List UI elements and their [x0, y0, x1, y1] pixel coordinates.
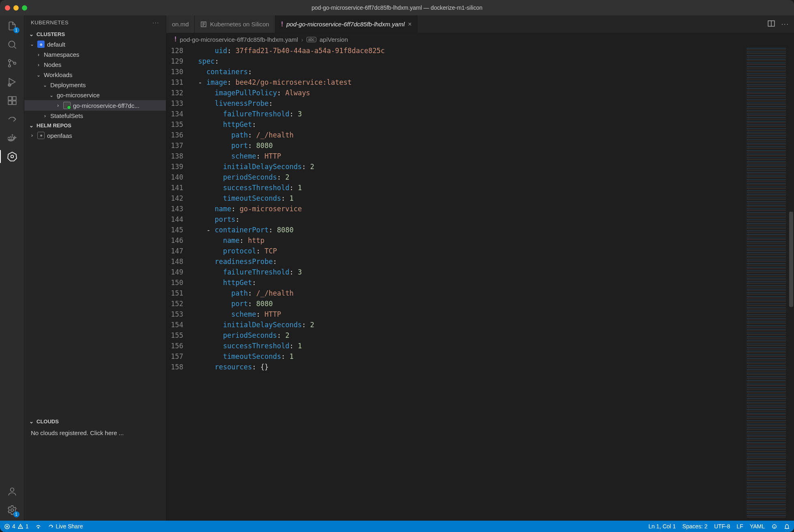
code-line[interactable]: 148 readinessProbe: — [166, 256, 744, 267]
code-text: path: /_/health — [190, 288, 294, 298]
code-line[interactable]: 133 livenessProbe: — [166, 98, 744, 109]
clouds-empty-message[interactable]: No clouds registered. Click here ... — [24, 426, 166, 440]
code-line[interactable]: 137 port: 8080 — [166, 140, 744, 151]
code-text: path: /_/health — [190, 130, 294, 140]
tree-deployment-go-microservice[interactable]: ⌄ go-microservice — [24, 90, 166, 100]
line-number: 134 — [166, 109, 190, 119]
tab-on-md[interactable]: on.md — [166, 15, 195, 33]
status-live-share[interactable]: Live Share — [48, 523, 83, 530]
code-line[interactable]: 150 httpGet: — [166, 277, 744, 288]
section-clouds[interactable]: ⌄ CLOUDS — [24, 417, 166, 426]
breadcrumb[interactable]: ! pod-go-microservice-6ff7dc85fb-lhdxm.y… — [166, 33, 794, 45]
window-maximize-button[interactable] — [22, 5, 27, 11]
close-icon[interactable]: × — [408, 21, 412, 28]
code-line[interactable]: 138 scheme: HTTP — [166, 151, 744, 161]
code-line[interactable]: 154 initialDelaySeconds: 2 — [166, 320, 744, 330]
code-line[interactable]: 141 successThreshold: 1 — [166, 182, 744, 193]
code-line[interactable]: 129 spec: — [166, 56, 744, 66]
code-text: periodSeconds: 2 — [190, 172, 290, 182]
code-line[interactable]: 155 periodSeconds: 2 — [166, 330, 744, 341]
line-number: 147 — [166, 246, 190, 256]
minimap[interactable] — [744, 45, 788, 521]
run-debug-icon[interactable] — [6, 75, 19, 88]
sidebar: KUBERNETES ··· ⌄ CLUSTERS ⌄ ⎈ default › … — [24, 15, 166, 521]
status-bell-icon[interactable] — [784, 523, 790, 530]
section-clusters[interactable]: ⌄ CLUSTERS — [24, 30, 166, 39]
split-editor-icon[interactable] — [768, 20, 775, 29]
settings-gear-icon[interactable]: 1 — [6, 504, 19, 517]
code-text: name: http — [190, 235, 264, 246]
code-text: livenessProbe: — [190, 98, 273, 109]
tab-pod-yaml[interactable]: ! pod-go-microservice-6ff7dc85fb-lhdxm.y… — [275, 15, 418, 33]
code-line[interactable]: 151 path: /_/health — [166, 288, 744, 298]
code-line[interactable]: 131 - image: bee42/go-microservice:lates… — [166, 77, 744, 88]
status-feedback-icon[interactable] — [771, 523, 777, 530]
code-line[interactable]: 158 resources: {} — [166, 362, 744, 372]
code-line[interactable]: 145 - containerPort: 8080 — [166, 225, 744, 235]
search-icon[interactable] — [6, 38, 19, 51]
status-spaces[interactable]: Spaces: 2 — [682, 523, 708, 530]
code-line[interactable]: 149 failureThreshold: 3 — [166, 267, 744, 277]
tree-deployments[interactable]: ⌄ Deployments — [24, 80, 166, 90]
code-line[interactable]: 140 periodSeconds: 2 — [166, 172, 744, 182]
chevron-right-icon: › — [55, 103, 61, 108]
status-problems[interactable]: 4 1 — [4, 523, 29, 530]
code-line[interactable]: 130 containers: — [166, 66, 744, 77]
code-line[interactable]: 132 imagePullPolicy: Always — [166, 88, 744, 98]
more-actions-icon[interactable]: ··· — [781, 21, 789, 28]
explorer-icon[interactable]: 1 — [6, 19, 19, 32]
code-line[interactable]: 157 timeoutSeconds: 1 — [166, 351, 744, 362]
code-line[interactable]: 135 httpGet: — [166, 119, 744, 130]
status-language[interactable]: YAML — [750, 523, 765, 530]
tree-statefulsets[interactable]: › StatefulSets — [24, 111, 166, 121]
code-line[interactable]: 156 successThreshold: 1 — [166, 341, 744, 351]
code-line[interactable]: 128 uid: 37ffad21-7b40-44aa-a54a-91f8dac… — [166, 45, 744, 56]
window-minimize-button[interactable] — [13, 5, 19, 11]
svg-point-11 — [10, 488, 14, 491]
sidebar-header: KUBERNETES ··· — [24, 15, 166, 30]
tree-pod-go-microservice[interactable]: › go-microservice-6ff7dc... — [24, 100, 166, 111]
account-icon[interactable] — [6, 485, 19, 498]
tree-workloads[interactable]: ⌄ Workloads — [24, 70, 166, 80]
code-line[interactable]: 144 ports: — [166, 214, 744, 225]
docker-icon[interactable] — [6, 131, 19, 144]
source-control-icon[interactable] — [6, 57, 19, 70]
code-line[interactable]: 143 name: go-microservice — [166, 204, 744, 214]
code-content[interactable]: 128 uid: 37ffad21-7b40-44aa-a54a-91f8dac… — [166, 45, 744, 521]
status-warnings: 1 — [26, 523, 29, 530]
code-text: resources: {} — [190, 362, 269, 372]
tree-clusters: ⌄ ⎈ default › Namespaces › Nodes ⌄ Workl… — [24, 39, 166, 121]
tab-kubernetes-on-silicon[interactable]: Kubernetes on Silicon — [195, 15, 275, 33]
status-cursor[interactable]: Ln 1, Col 1 — [648, 523, 676, 530]
code-editor[interactable]: 128 uid: 37ffad21-7b40-44aa-a54a-91f8dac… — [166, 45, 794, 521]
tree-cluster-default[interactable]: ⌄ ⎈ default — [24, 39, 166, 49]
chevron-down-icon: ⌄ — [42, 82, 48, 88]
code-line[interactable]: 136 path: /_/health — [166, 130, 744, 140]
code-text: periodSeconds: 2 — [190, 330, 290, 341]
sidebar-more-icon[interactable]: ··· — [152, 19, 159, 26]
chevron-right-icon: › — [29, 133, 35, 138]
kubernetes-icon[interactable] — [6, 150, 19, 163]
chevron-down-icon: ⌄ — [36, 72, 41, 78]
code-line[interactable]: 152 port: 8080 — [166, 298, 744, 309]
code-line[interactable]: 147 protocol: TCP — [166, 246, 744, 256]
tree-deployments-label: Deployments — [50, 82, 86, 88]
window-close-button[interactable] — [5, 5, 10, 11]
tree-helm-openfaas[interactable]: › ⎈ openfaas — [24, 130, 166, 141]
status-encoding[interactable]: UTF-8 — [714, 523, 730, 530]
tree-namespaces[interactable]: › Namespaces — [24, 49, 166, 60]
extensions-icon[interactable] — [6, 94, 19, 107]
code-line[interactable]: 142 timeoutSeconds: 1 — [166, 193, 744, 204]
tree-nodes[interactable]: › Nodes — [24, 60, 166, 70]
code-line[interactable]: 153 scheme: HTTP — [166, 309, 744, 320]
code-text: httpGet: — [190, 277, 256, 288]
share-icon[interactable] — [6, 113, 19, 126]
status-ports[interactable] — [35, 523, 41, 530]
code-text: initialDelaySeconds: 2 — [190, 320, 314, 330]
code-line[interactable]: 146 name: http — [166, 235, 744, 246]
vertical-scrollbar[interactable] — [788, 45, 794, 521]
section-helm[interactable]: ⌄ HELM REPOS — [24, 121, 166, 130]
code-line[interactable]: 139 initialDelaySeconds: 2 — [166, 161, 744, 172]
code-line[interactable]: 134 failureThreshold: 3 — [166, 109, 744, 119]
status-eol[interactable]: LF — [737, 523, 743, 530]
